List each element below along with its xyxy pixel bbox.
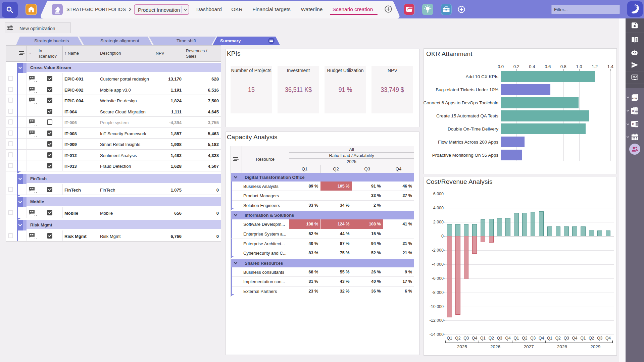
svg-text:X: X: [632, 109, 634, 113]
svg-text:PDF: PDF: [632, 97, 637, 100]
svg-text:P: P: [632, 122, 634, 126]
